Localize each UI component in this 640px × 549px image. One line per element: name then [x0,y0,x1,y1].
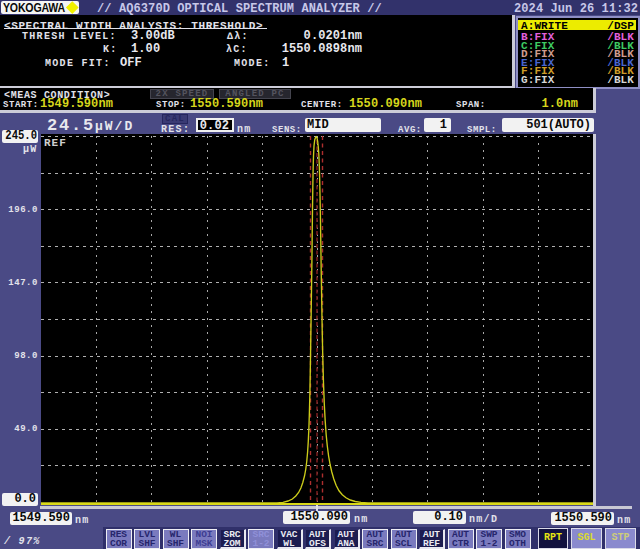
svg-text:REF: REF [44,137,67,149]
